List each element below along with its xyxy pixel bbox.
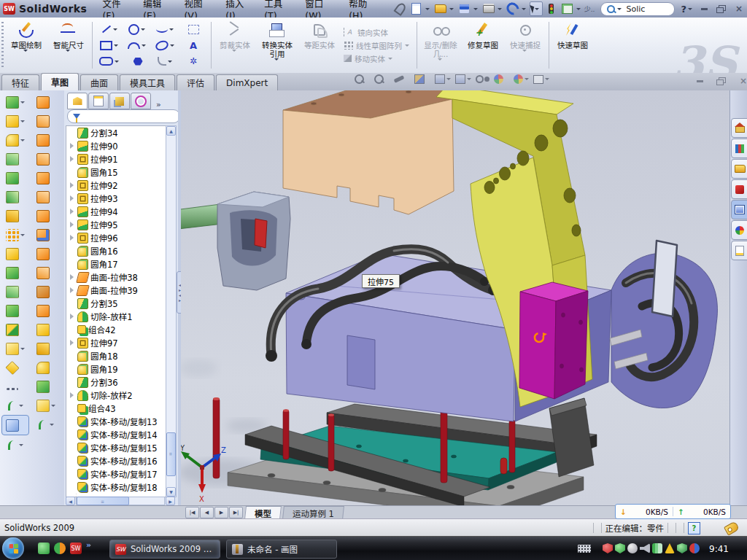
open-icon[interactable] [433, 2, 448, 15]
model-canvas[interactable]: Y Z X [181, 90, 729, 505]
linear-pattern-button[interactable]: 线性草图阵列 [344, 40, 411, 51]
point-tool[interactable]: ✲ [179, 53, 207, 69]
features-toolbar-icon[interactable] [2, 131, 28, 149]
options-icon[interactable] [560, 2, 575, 15]
tree-item[interactable]: 组合43 [66, 402, 166, 415]
rebuild-traffic-light-icon[interactable] [544, 2, 559, 15]
surfaces-toolbar-icon[interactable] [33, 301, 59, 320]
document-tab[interactable]: 模型 [244, 506, 282, 519]
rectangle-tool[interactable] [96, 37, 124, 53]
features-toolbar-icon[interactable] [2, 225, 28, 244]
tree-item[interactable]: 实体-移动/复制18 [66, 481, 166, 494]
tree-item[interactable]: 圆角17 [66, 257, 166, 271]
part-magenta-block[interactable] [519, 282, 588, 399]
circle-tool[interactable] [124, 21, 152, 37]
tray-shield-icon[interactable] [677, 543, 687, 553]
panel-more-chevron[interactable]: » [156, 97, 161, 109]
part-red-peg[interactable] [500, 458, 507, 474]
taskbar-button-solidworks[interactable]: SW SolidWorks 2009 - ... [109, 540, 220, 559]
taskbar-clock[interactable]: 9:41 [709, 544, 729, 554]
restore-button[interactable] [713, 3, 729, 15]
surfaces-toolbar-icon[interactable] [33, 187, 59, 206]
new-document-icon[interactable] [409, 2, 424, 15]
sketch-picture-tool[interactable] [179, 21, 207, 37]
move-entities-button[interactable]: 移动实体 [344, 53, 411, 64]
slot-tool[interactable] [96, 53, 124, 69]
tree-item[interactable]: 拉伸91 [66, 152, 166, 166]
select-tool[interactable] [530, 1, 543, 16]
surfaces-toolbar-icon[interactable] [33, 320, 59, 339]
tab-feature-tree[interactable] [67, 93, 88, 109]
tree-filter-input[interactable] [67, 109, 180, 123]
part-top-plate[interactable] [283, 90, 454, 214]
tray-network-warning-icon[interactable] [665, 543, 675, 553]
task-pane-tab[interactable] [731, 220, 747, 240]
scroll-left-icon[interactable]: ◀ [66, 497, 75, 505]
tray-volume-icon[interactable] [640, 543, 650, 553]
tree-item[interactable]: 实体-移动/复制13 [66, 415, 166, 428]
tree-item[interactable]: 分割36 [66, 376, 166, 389]
toolbar-overflow[interactable]: 少.. [584, 4, 595, 14]
surfaces-toolbar-icon[interactable] [33, 396, 59, 415]
doc-close-button[interactable]: × [735, 75, 747, 87]
tree-item[interactable]: 拉伸95 [66, 218, 166, 231]
tree-item[interactable]: 分割34 [66, 126, 166, 139]
tree-item[interactable]: 组合42 [66, 323, 166, 336]
tree-item[interactable]: 圆角19 [66, 362, 166, 376]
part-green-bar[interactable] [181, 204, 222, 230]
tree-item[interactable]: 实体-移动/复制15 [66, 441, 166, 454]
toolbar-grip[interactable] [1, 22, 4, 69]
expand-arrow-icon[interactable] [70, 274, 74, 280]
ribbon-tab[interactable]: 草图 [41, 73, 79, 90]
display-delete-relations-button[interactable]: 显示/删除几... [419, 18, 462, 73]
quick-tips-icon[interactable]: ? [688, 522, 700, 534]
hud-icon[interactable] [455, 74, 471, 84]
tab-nav-icon[interactable]: ◀ [200, 507, 214, 518]
part-white-slot[interactable] [652, 241, 677, 316]
tray-signal-icon[interactable] [652, 543, 662, 553]
surfaces-toolbar-icon[interactable] [33, 206, 59, 225]
close-button[interactable]: × [731, 3, 747, 15]
hud-icon[interactable] [494, 74, 509, 84]
doc-minimize-button[interactable] [692, 75, 708, 87]
task-pane-tab[interactable] [731, 241, 747, 260]
tree-item[interactable]: 拉伸92 [66, 179, 166, 192]
tree-item[interactable]: 拉伸93 [66, 192, 166, 205]
hud-icon[interactable] [533, 75, 549, 84]
features-toolbar-icon[interactable] [2, 149, 28, 168]
ribbon-tab[interactable]: 曲面 [80, 74, 118, 90]
scroll-down-icon[interactable]: ▼ [166, 487, 176, 497]
arc-tool[interactable] [124, 37, 152, 53]
tree-item[interactable]: 实体-移动/复制17 [66, 467, 166, 481]
text-tool[interactable]: A [179, 37, 207, 53]
sketch-fillet-tool[interactable] [152, 53, 179, 69]
task-pane-tab[interactable] [731, 159, 747, 179]
tab-configuration-manager[interactable] [109, 93, 130, 109]
expand-arrow-icon[interactable] [70, 222, 74, 228]
features-toolbar-icon[interactable] [2, 187, 28, 206]
undo-icon[interactable] [506, 2, 520, 15]
spline-tool[interactable] [152, 21, 179, 37]
hud-icon[interactable] [476, 75, 489, 83]
tree-horizontal-scrollbar[interactable]: ◀ ≡ ▶ [66, 497, 175, 505]
document-tab[interactable]: 运动算例 1 [282, 506, 344, 519]
quicklaunch-solidworks-icon[interactable]: SW [70, 542, 82, 554]
repair-sketch-button[interactable]: 修复草图 [462, 18, 504, 73]
features-toolbar-icon[interactable] [2, 93, 28, 112]
expand-arrow-icon[interactable] [70, 195, 74, 201]
doc-restore-button[interactable] [713, 75, 729, 87]
surfaces-toolbar-icon[interactable] [33, 131, 59, 149]
surfaces-toolbar-icon[interactable] [33, 415, 59, 434]
tray-antivirus-icon[interactable] [615, 543, 625, 553]
tree-item[interactable]: 实体-移动/复制14 [66, 428, 166, 441]
tab-nav-icon[interactable]: ▶ [214, 507, 228, 518]
hscroll-thumb[interactable]: ≡ [77, 497, 129, 505]
quick-snaps-button[interactable]: 快速捕捉 [504, 18, 546, 73]
ribbon-tab[interactable]: 模具工具 [120, 74, 175, 90]
mirror-entities-button[interactable]: A镜向实体 [344, 27, 411, 38]
expand-arrow-icon[interactable] [70, 235, 74, 241]
start-button[interactable] [2, 537, 24, 559]
ribbon-tab[interactable]: DimXpert [216, 74, 278, 90]
tree-item[interactable]: 圆角16 [66, 244, 166, 257]
surfaces-toolbar-icon[interactable] [33, 358, 59, 377]
